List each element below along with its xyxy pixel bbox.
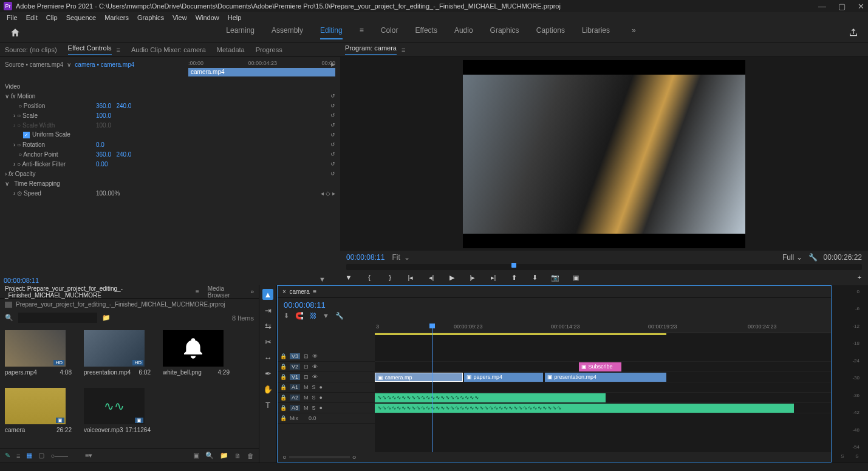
tab-project[interactable]: Project: Prepare_your_project_for_editin… xyxy=(5,285,187,299)
ws-audio[interactable]: Audio xyxy=(454,26,473,39)
zoom-slider[interactable]: ○—— xyxy=(50,452,68,459)
icon-view-icon[interactable]: ▦ xyxy=(26,452,32,459)
search-icon[interactable]: 🔍 xyxy=(5,314,13,322)
bin-item-bell[interactable]: white_bell.png4:29 xyxy=(163,330,230,376)
selection-tool-icon[interactable]: ▲ xyxy=(262,289,273,300)
clip-presentation[interactable]: ▣ presentation.mp4 xyxy=(545,373,666,382)
reset-flicker-icon[interactable]: ↺ xyxy=(330,161,335,167)
menu-window[interactable]: Window xyxy=(193,14,222,21)
mute-a3-icon[interactable]: M xyxy=(304,405,309,411)
ec-position-x[interactable]: 360.0 xyxy=(96,103,111,109)
ec-speed-val[interactable]: 100.00% xyxy=(96,190,120,197)
rec-a3-icon[interactable]: ● xyxy=(320,405,323,411)
scrubber-playhead[interactable] xyxy=(511,263,516,268)
write-icon[interactable]: ✎ xyxy=(5,452,10,459)
ec-anchor-x[interactable]: 360.0 xyxy=(96,151,111,158)
export-frame-icon[interactable]: 📷 xyxy=(550,274,560,282)
program-zoom-dropdown[interactable]: Full ⌄ xyxy=(782,253,802,262)
freeform-view-icon[interactable]: ▢ xyxy=(38,452,44,459)
tl-zoom-out-icon[interactable]: ○ xyxy=(282,453,287,461)
type-tool-icon[interactable]: T xyxy=(262,399,273,410)
ws-learning[interactable]: Learning xyxy=(226,26,255,39)
ec-flicker-val[interactable]: 0.00 xyxy=(96,161,108,168)
timeline-area[interactable]: 3 00:00:09:23 00:00:14:23 00:00:19:23 00… xyxy=(375,324,831,452)
auto-seq-icon[interactable]: ▣ xyxy=(193,452,199,459)
toggle-v2-icon[interactable]: ⊡ xyxy=(304,364,309,370)
find-icon[interactable]: 🔍 xyxy=(205,452,214,459)
sort-icon[interactable]: ≡▾ xyxy=(85,452,92,459)
tab-program[interactable]: Program: camera xyxy=(345,44,397,55)
menu-edit[interactable]: Edit xyxy=(23,14,41,21)
tab-metadata[interactable]: Metadata xyxy=(217,46,245,53)
lock-a2-icon[interactable]: 🔒 xyxy=(280,395,286,401)
razor-tool-icon[interactable]: ✂ xyxy=(262,336,273,347)
ws-captions[interactable]: Captions xyxy=(536,26,565,39)
tab-effect-controls[interactable]: Effect Controls xyxy=(68,44,112,55)
rec-a1-icon[interactable]: ● xyxy=(320,384,323,390)
clip-audio-a3[interactable]: ∿∿∿∿∿∿∿∿∿∿∿∿∿∿∿∿∿∿∿∿∿∿∿∿∿∿∿∿∿∿∿∿∿∿∿∿∿∿ xyxy=(375,404,794,413)
reset-scalewidth-icon[interactable]: ↺ xyxy=(330,122,335,128)
ec-timecode[interactable]: 00:00:08:11 xyxy=(4,277,39,284)
eye-v2-icon[interactable]: 👁 xyxy=(312,364,318,370)
eye-v1-icon[interactable]: 👁 xyxy=(312,374,318,380)
toggle-v3-icon[interactable]: ⊡ xyxy=(304,353,309,359)
play-icon[interactable]: ▶ xyxy=(447,274,457,282)
insert-mode-icon[interactable]: ⬇ xyxy=(284,312,289,320)
tab-source[interactable]: Source: (no clips) xyxy=(5,46,57,53)
bin-item-voiceover[interactable]: ∿∿▣voiceover.mp317:11264 xyxy=(84,388,151,433)
new-bin-btn-icon[interactable]: 📁 xyxy=(220,452,228,459)
mute-a1-icon[interactable]: M xyxy=(304,384,309,390)
tab-ec-menu-icon[interactable]: ≡ xyxy=(117,46,120,53)
mute-a2-icon[interactable]: M xyxy=(304,395,309,401)
track-a2[interactable]: A2 xyxy=(290,395,300,401)
export-icon[interactable] xyxy=(849,28,858,38)
reset-position-icon[interactable]: ↺ xyxy=(330,103,335,109)
menu-sequence[interactable]: Sequence xyxy=(63,14,100,21)
reset-rotation-icon[interactable]: ↺ xyxy=(330,141,335,147)
lock-v2-icon[interactable]: 🔒 xyxy=(280,364,286,370)
step-fwd-icon[interactable]: |▸ xyxy=(468,274,477,282)
program-tc[interactable]: 00:00:08:11 xyxy=(346,253,384,262)
clip-subscribe[interactable]: ▣ Subscribe xyxy=(579,362,621,371)
timeline-seq-tab[interactable]: camera xyxy=(289,288,309,295)
track-mix[interactable]: Mix xyxy=(290,415,298,421)
project-search-input[interactable] xyxy=(18,313,97,323)
eye-v3-icon[interactable]: 👁 xyxy=(312,353,318,359)
ec-rotation-val[interactable]: 0.0 xyxy=(96,141,104,148)
menu-help[interactable]: Help xyxy=(225,14,245,21)
add-button-icon[interactable]: + xyxy=(855,274,864,282)
track-select-tool-icon[interactable]: ⇥ xyxy=(262,305,273,316)
rec-a2-icon[interactable]: ● xyxy=(320,395,323,401)
linked-sel-icon[interactable]: ⛓ xyxy=(310,312,316,320)
ec-mini-timeline[interactable]: :00:00 00:00:04:23 00:00 xyxy=(188,57,335,69)
tl-zoom-slider[interactable] xyxy=(289,456,350,458)
pen-tool-icon[interactable]: ✒ xyxy=(262,368,273,379)
filter-icon[interactable]: ▼ xyxy=(319,276,326,283)
program-menu-icon[interactable]: ≡ xyxy=(402,46,405,53)
marker-tool-icon[interactable]: ▼ xyxy=(323,312,329,320)
solo-a1-icon[interactable]: S xyxy=(312,384,316,390)
lock-v3-icon[interactable]: 🔒 xyxy=(280,353,286,359)
go-out-icon[interactable]: ▸| xyxy=(488,274,498,282)
ws-libraries[interactable]: Libraries xyxy=(582,26,610,39)
tl-zoom-in-icon[interactable]: ○ xyxy=(352,453,357,461)
mix-val[interactable]: 0.0 xyxy=(309,415,316,421)
compare-icon[interactable]: ▣ xyxy=(571,274,581,282)
ws-color[interactable]: Color xyxy=(381,26,398,39)
ec-opacity[interactable]: Opacity xyxy=(15,171,36,177)
reset-opacity-icon[interactable]: ↺ xyxy=(330,171,335,177)
ec-seq-clip[interactable]: camera • camera.mp4 xyxy=(75,61,134,68)
menu-graphics[interactable]: Graphics xyxy=(134,14,167,21)
track-a3[interactable]: A3 xyxy=(290,405,300,411)
ws-editing[interactable]: Editing xyxy=(320,26,343,39)
program-monitor[interactable] xyxy=(340,57,868,251)
close-button[interactable]: ✕ xyxy=(858,2,864,11)
slip-tool-icon[interactable]: ↔ xyxy=(262,352,273,363)
home-icon[interactable] xyxy=(10,27,21,38)
ec-scale-val[interactable]: 100.0 xyxy=(96,112,111,119)
tab-progress[interactable]: Progress xyxy=(256,46,282,53)
menu-file[interactable]: File xyxy=(4,14,21,21)
new-bin-icon[interactable]: 📁 xyxy=(102,314,111,322)
ec-motion[interactable]: Motion xyxy=(17,93,35,100)
go-in-icon[interactable]: |◂ xyxy=(406,274,415,282)
